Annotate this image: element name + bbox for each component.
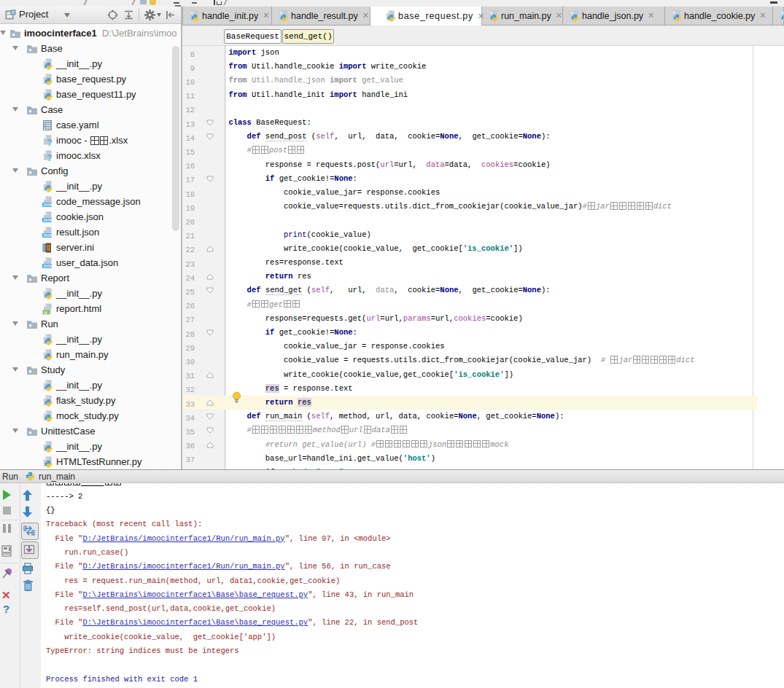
svg-text:?: ?	[47, 138, 52, 146]
svg-text:H: H	[44, 310, 47, 314]
svg-text:JSON: JSON	[43, 218, 53, 222]
svg-text:?: ?	[47, 153, 52, 162]
svg-text:JSON: JSON	[43, 233, 53, 237]
svg-text:JSON: JSON	[43, 203, 53, 206]
svg-text:JSON: JSON	[43, 264, 53, 267]
